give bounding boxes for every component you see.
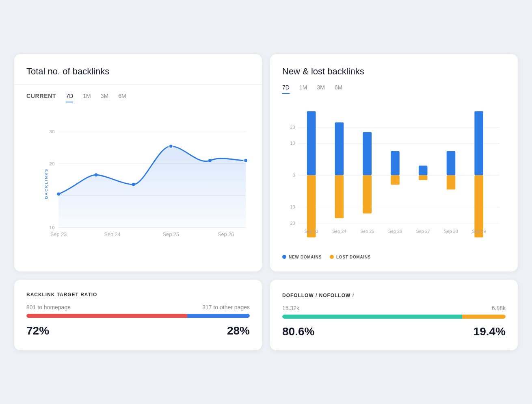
svg-text:Sep 24: Sep 24 bbox=[332, 229, 346, 234]
svg-text:Sep 28: Sep 28 bbox=[444, 229, 458, 234]
svg-text:20: 20 bbox=[290, 220, 295, 225]
tab2-1m[interactable]: 1M bbox=[299, 84, 307, 94]
bar-sep28-lost bbox=[447, 175, 456, 189]
svg-text:0: 0 bbox=[292, 172, 295, 177]
card3-right-value: 28% bbox=[227, 324, 250, 337]
main-grid: Total no. of backlinks CURRENT 7D 1M 3M … bbox=[14, 54, 518, 350]
dot-sep26 bbox=[244, 159, 248, 163]
tab-1m[interactable]: 1M bbox=[83, 93, 91, 102]
card4-title: DOFOLLOW / NOFOLLOW bbox=[282, 293, 350, 298]
line-chart-area: 30 20 10 BACKLINKS bbox=[26, 111, 250, 250]
card-backlink-ratio: BACKLINK TARGET RATIO 801 to homepage 31… bbox=[14, 280, 262, 350]
tab2-3m[interactable]: 3M bbox=[317, 84, 324, 94]
legend-new-domains: NEW DOMAINS bbox=[282, 255, 322, 259]
card1-divider bbox=[14, 84, 262, 85]
bar-sep29-new bbox=[474, 111, 483, 175]
bar-sep23-new bbox=[307, 111, 316, 175]
svg-text:10: 10 bbox=[49, 224, 55, 230]
card3-bar bbox=[26, 314, 250, 318]
line-chart-wrap: 30 20 10 BACKLINKS bbox=[43, 111, 250, 250]
card3-title: BACKLINK TARGET RATIO bbox=[26, 292, 250, 298]
svg-text:Sep 25: Sep 25 bbox=[163, 231, 179, 237]
card4-bar-orange bbox=[462, 315, 506, 319]
bar-sep27-new bbox=[419, 165, 428, 175]
tab-7d[interactable]: 7D bbox=[66, 93, 73, 102]
line-chart-svg: 30 20 10 BACKLINKS bbox=[43, 111, 250, 249]
card3-bar-blue bbox=[187, 314, 250, 318]
dot-sep25 bbox=[169, 144, 173, 148]
dot-sep24 bbox=[95, 173, 98, 176]
bar-sep24-lost bbox=[335, 175, 344, 218]
tab-3m[interactable]: 3M bbox=[101, 93, 108, 102]
bar-sep29-lost bbox=[474, 175, 483, 237]
dot-sep25b bbox=[208, 159, 212, 162]
card3-left-label: 801 to homepage bbox=[26, 304, 71, 311]
card4-right-value: 19.4% bbox=[474, 325, 506, 338]
legend-lost-label: LOST DOMAINS bbox=[336, 255, 371, 259]
dot-sep24b bbox=[132, 182, 135, 186]
card-new-lost-backlinks: New & lost backlinks 7D 1M 3M 6M bbox=[270, 54, 518, 272]
bar-sep26-lost bbox=[391, 175, 400, 185]
legend-new-label: NEW DOMAINS bbox=[289, 255, 322, 259]
card1-tabs: CURRENT 7D 1M 3M 6M bbox=[26, 93, 250, 102]
svg-text:Sep 26: Sep 26 bbox=[218, 231, 234, 237]
card3-right-label: 317 to other pages bbox=[202, 304, 250, 311]
svg-text:Sep 26: Sep 26 bbox=[388, 229, 402, 234]
svg-text:20: 20 bbox=[49, 161, 55, 166]
svg-text:BACKLINKS: BACKLINKS bbox=[44, 168, 48, 199]
tab-6m[interactable]: 6M bbox=[118, 93, 126, 102]
card3-labels: 801 to homepage 317 to other pages bbox=[26, 304, 250, 311]
card1-title: Total no. of backlinks bbox=[26, 66, 250, 77]
tab-current[interactable]: CURRENT bbox=[26, 93, 56, 102]
bar-sep27-lost bbox=[419, 175, 428, 180]
bar-chart-container: 20 10 0 10 20 bbox=[282, 102, 506, 259]
info-icon[interactable]: i bbox=[353, 292, 355, 298]
card2-title: New & lost backlinks bbox=[282, 66, 506, 77]
card-total-backlinks: Total no. of backlinks CURRENT 7D 1M 3M … bbox=[14, 54, 262, 272]
card4-values: 80.6% 19.4% bbox=[282, 325, 506, 338]
svg-text:30: 30 bbox=[49, 129, 55, 134]
svg-text:20: 20 bbox=[290, 125, 295, 130]
bar-sep23-lost bbox=[307, 175, 316, 237]
bar-sep24-new bbox=[335, 122, 344, 175]
bar-sep25-new bbox=[363, 132, 372, 175]
card4-labels: 15.32k 6.88k bbox=[282, 305, 506, 311]
card4-title-wrap: DOFOLLOW / NOFOLLOW i bbox=[282, 292, 506, 298]
card2-tabs: 7D 1M 3M 6M bbox=[282, 84, 506, 94]
legend-dot-new bbox=[282, 255, 286, 259]
card4-bar bbox=[282, 315, 506, 319]
bar-chart-legend: NEW DOMAINS LOST DOMAINS bbox=[282, 255, 506, 259]
card3-left-value: 72% bbox=[26, 324, 49, 337]
tab2-6m[interactable]: 6M bbox=[335, 84, 342, 94]
svg-text:Sep 27: Sep 27 bbox=[416, 229, 430, 234]
card4-bar-green bbox=[282, 315, 462, 319]
bar-sep28-new bbox=[447, 151, 456, 175]
svg-text:Sep 23: Sep 23 bbox=[50, 231, 67, 237]
dot-sep23 bbox=[57, 192, 60, 195]
legend-lost-domains: LOST DOMAINS bbox=[330, 255, 371, 259]
dashboard: Total no. of backlinks CURRENT 7D 1M 3M … bbox=[0, 0, 532, 404]
svg-text:Sep 25: Sep 25 bbox=[360, 229, 374, 234]
bar-sep25-lost bbox=[363, 175, 372, 213]
svg-text:Sep 29: Sep 29 bbox=[472, 229, 486, 234]
bar-chart-svg: 20 10 0 10 20 bbox=[282, 102, 506, 248]
card3-bar-red bbox=[26, 314, 187, 318]
card3-values: 72% 28% bbox=[26, 324, 250, 337]
card4-left-value: 80.6% bbox=[282, 325, 314, 338]
svg-text:Sep 23: Sep 23 bbox=[305, 229, 318, 234]
svg-text:10: 10 bbox=[290, 204, 295, 209]
tab2-7d[interactable]: 7D bbox=[282, 84, 290, 94]
svg-text:Sep 24: Sep 24 bbox=[104, 231, 120, 237]
legend-dot-lost bbox=[330, 255, 334, 259]
svg-text:10: 10 bbox=[290, 141, 295, 146]
bar-sep26-new bbox=[391, 151, 400, 175]
card4-left-label: 15.32k bbox=[282, 305, 299, 311]
card-dofollow: DOFOLLOW / NOFOLLOW i 15.32k 6.88k 80.6%… bbox=[270, 280, 518, 350]
card4-right-label: 6.88k bbox=[492, 305, 506, 311]
